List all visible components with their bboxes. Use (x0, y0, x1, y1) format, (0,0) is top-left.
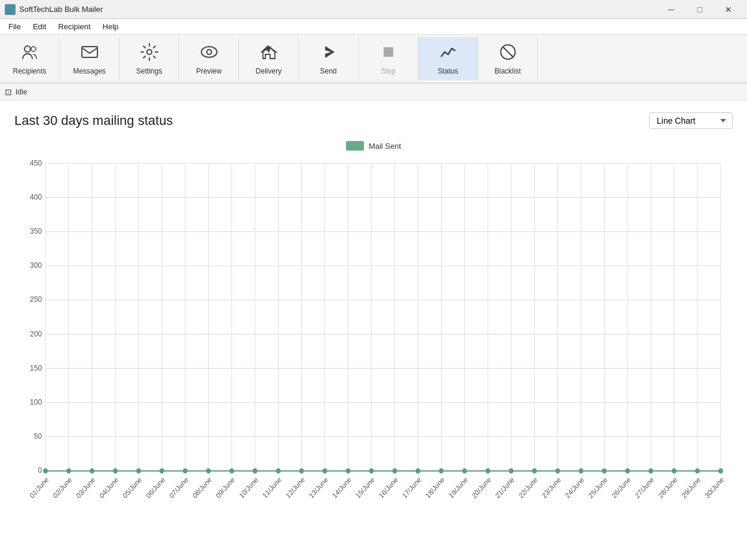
x-axis-label: 25/June (587, 475, 608, 500)
x-axis-label: 18/June (424, 475, 445, 500)
data-point (136, 468, 141, 473)
toolbar-blacklist-label: Blacklist (494, 67, 521, 75)
x-axis-label: 21/June (494, 475, 515, 500)
data-point (253, 468, 258, 473)
toolbar-delivery-button[interactable]: Delivery (239, 37, 299, 80)
x-axis-label: 26/June (610, 475, 632, 500)
x-axis-label: 01/June (28, 475, 50, 500)
toolbar-send-button[interactable]: Send (299, 37, 359, 80)
data-point (485, 468, 490, 473)
x-axis-label: 24/June (564, 475, 585, 500)
x-axis-label: 29/June (680, 475, 702, 500)
toolbar-stop-button[interactable]: Stop (359, 37, 418, 80)
data-point (299, 468, 304, 473)
svg-point-0 (25, 46, 30, 52)
data-point (229, 468, 234, 473)
x-axis-label: 08/June (191, 475, 213, 500)
y-axis-label: 400 (30, 192, 42, 201)
data-point (672, 468, 676, 473)
y-axis-label: 350 (30, 226, 42, 235)
title-bar: SoftTechLab Bulk Mailer ─ □ ✕ (0, 0, 747, 19)
stop-icon (379, 42, 398, 66)
data-point (602, 468, 607, 473)
data-point (346, 468, 351, 473)
data-point (625, 468, 630, 473)
app-icon (5, 4, 16, 15)
menu-help[interactable]: Help (97, 19, 125, 34)
svg-point-4 (201, 47, 217, 57)
toolbar-messages-button[interactable]: Messages (60, 37, 120, 80)
toolbar-stop-label: Stop (381, 67, 396, 75)
x-axis-label: 12/June (284, 475, 305, 500)
window-controls: ─ □ ✕ (657, 0, 742, 19)
x-axis-label: 28/June (657, 475, 678, 500)
x-axis-label: 23/June (540, 475, 562, 500)
data-point (532, 468, 537, 473)
toolbar-status-label: Status (437, 67, 458, 75)
minimize-button[interactable]: ─ (657, 0, 685, 19)
x-axis-label: 02/June (51, 475, 73, 500)
x-axis-label: 15/June (354, 475, 375, 500)
svg-rect-2 (82, 47, 97, 57)
toolbar-status-button[interactable]: Status (418, 37, 478, 80)
x-axis-label: 06/June (145, 475, 166, 500)
toolbar-preview-button[interactable]: Preview (179, 37, 239, 80)
data-point (555, 468, 560, 473)
data-point (718, 468, 723, 473)
y-axis-label: 250 (30, 295, 42, 304)
messages-icon (80, 42, 99, 66)
recipients-icon (20, 42, 39, 66)
chart-legend: Mail Sent (14, 141, 733, 151)
data-point (160, 468, 164, 473)
toolbar-preview-label: Preview (196, 67, 222, 75)
data-point (439, 468, 443, 473)
chart-svg: 45040035030025020015010050001/June02/Jun… (14, 157, 733, 544)
status-bar: ⊡ Idle (0, 84, 747, 100)
svg-rect-7 (384, 47, 393, 57)
svg-point-3 (147, 50, 152, 54)
x-axis-label: 30/June (703, 475, 725, 500)
toolbar-settings-button[interactable]: Settings (120, 37, 179, 80)
data-point (509, 468, 513, 473)
main-content: Last 30 days mailing status Line Chart B… (0, 100, 747, 560)
svg-point-5 (207, 50, 212, 54)
toolbar-recipients-label: Recipients (13, 67, 46, 75)
toolbar-settings-label: Settings (136, 67, 162, 75)
toolbar-blacklist-button[interactable]: Blacklist (478, 37, 538, 80)
data-point (276, 468, 281, 473)
x-axis-label: 07/June (168, 475, 189, 500)
preview-icon (200, 42, 219, 66)
data-point (415, 468, 420, 473)
status-text: Idle (16, 88, 27, 96)
x-axis-label: 13/June (307, 475, 329, 500)
section-header: Last 30 days mailing status Line Chart B… (14, 112, 733, 129)
x-axis-label: 22/June (517, 475, 538, 500)
x-axis-label: 03/June (75, 475, 96, 500)
data-point (183, 468, 188, 473)
app-title: SoftTechLab Bulk Mailer (19, 5, 657, 14)
data-point (43, 468, 48, 473)
toolbar-recipients-button[interactable]: Recipients (0, 37, 60, 80)
menu-recipient[interactable]: Recipient (52, 19, 96, 34)
x-axis-label: 05/June (121, 475, 143, 500)
x-axis-label: 19/June (447, 475, 469, 500)
y-axis-label: 0 (38, 466, 42, 475)
data-point (113, 468, 118, 473)
delivery-icon (259, 42, 278, 66)
svg-point-1 (31, 47, 36, 51)
toolbar-send-label: Send (320, 67, 336, 75)
status-idle-icon: ⊡ (5, 87, 12, 97)
close-button[interactable]: ✕ (715, 0, 742, 19)
send-icon (319, 42, 338, 66)
x-axis-label: 04/June (98, 475, 120, 500)
y-axis-label: 150 (30, 363, 42, 372)
y-axis-label: 300 (30, 261, 42, 270)
menu-file[interactable]: File (2, 19, 27, 34)
x-axis-label: 11/June (261, 475, 283, 500)
maximize-button[interactable]: □ (686, 0, 714, 19)
legend-color-swatch (346, 141, 364, 151)
chart-type-select[interactable]: Line Chart Bar Chart (649, 112, 733, 129)
settings-icon (140, 42, 159, 66)
legend-label: Mail Sent (369, 142, 401, 151)
menu-edit[interactable]: Edit (27, 19, 52, 34)
